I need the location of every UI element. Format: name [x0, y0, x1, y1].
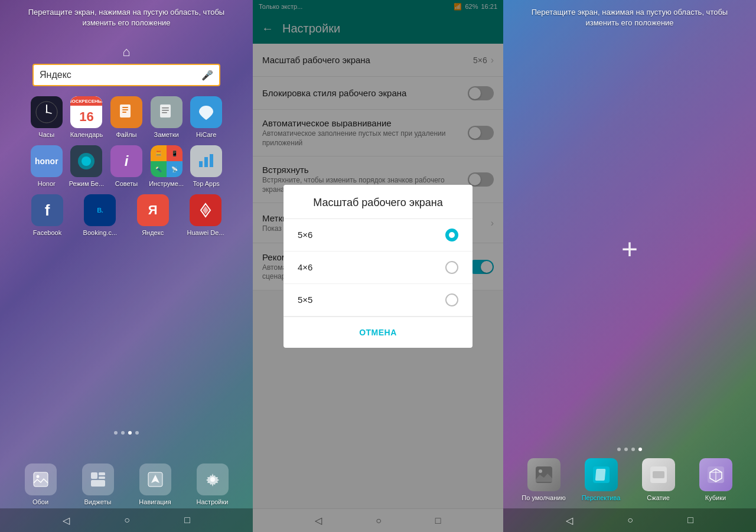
app-hicare[interactable]: HiCare [186, 96, 226, 138]
middle-panel: Только экстр... 📶 62% 16:21 ← Настройки … [253, 0, 503, 532]
app-regime[interactable]: Режим Бе... [67, 145, 107, 187]
tools-icon: 🧮 📱 🔦 📡 [151, 145, 183, 177]
app-topapps-label: Top Apps [193, 180, 220, 187]
app-notes[interactable]: Заметки [146, 96, 187, 138]
mic-icon[interactable]: 🎤 [201, 70, 213, 81]
add-page-icon: + [621, 233, 638, 265]
tool-settings-label: Настройки [197, 498, 229, 505]
right-nav-bar: ◁ ○ □ [503, 508, 756, 532]
svg-rect-11 [162, 112, 167, 113]
dot-4[interactable] [135, 431, 139, 435]
app-huawei[interactable]: Huawei De... [185, 194, 226, 236]
svg-point-27 [539, 469, 542, 473]
dialog-option-5x6-label: 5×6 [298, 230, 312, 240]
app-booking-label: Booking.c... [83, 229, 117, 236]
right-dot-2[interactable] [624, 448, 628, 451]
yandex-icon: Я [137, 194, 169, 226]
dialog-overlay[interactable]: Масштаб рабочего экрана 5×6 4×6 5×5 ОТМЕ… [253, 0, 503, 532]
right-page-content: + По умолчанию [503, 50, 756, 508]
perspective-wallpaper-icon [585, 458, 618, 491]
tool-widgets-label: Виджеты [84, 498, 112, 505]
radio-4x6[interactable] [445, 261, 458, 274]
app-row-3: f Facebook B. Booking.c... Я Яндекс [27, 194, 226, 236]
regime-icon [70, 145, 102, 177]
svg-rect-8 [160, 105, 171, 118]
tool-widgets[interactable]: Виджеты [77, 464, 119, 505]
right-dot-3[interactable] [631, 448, 635, 451]
app-yandex-label: Яндекс [142, 229, 164, 236]
tool-compress[interactable]: Сжатие [635, 458, 682, 501]
tool-cubes[interactable]: Кубики [692, 458, 739, 501]
dialog-option-4x6-label: 4×6 [298, 262, 312, 272]
right-panel: Перетащите экран, нажимая на пустую обла… [503, 0, 756, 532]
huawei-icon [190, 194, 221, 226]
add-page-area[interactable]: + [621, 50, 638, 448]
app-files[interactable]: Файлы [106, 96, 146, 138]
app-clock[interactable]: Часы [27, 96, 67, 138]
app-tools[interactable]: 🧮 📱 🔦 📡 Инструме... [146, 145, 187, 187]
tool-wallpaper[interactable]: Обои [20, 464, 61, 505]
tool-perspective-label: Перспектива [582, 494, 621, 501]
left-instruction: Перетащите экран, нажимая на пустую обла… [0, 7, 253, 28]
app-yandex[interactable]: Я Яндекс [132, 194, 174, 236]
dialog-cancel-button[interactable]: ОТМЕНА [347, 322, 409, 343]
app-topapps[interactable]: Top Apps [186, 145, 226, 187]
app-facebook[interactable]: f Facebook [27, 194, 68, 236]
clock-icon [31, 96, 63, 128]
app-honor[interactable]: honor Honor [27, 145, 67, 187]
tool-cubes-label: Кубики [705, 494, 726, 501]
dot-3[interactable] [128, 431, 132, 435]
app-honor-label: Honor [38, 180, 56, 187]
right-dot-4[interactable] [638, 448, 642, 451]
dialog-option-5x5-label: 5×5 [298, 295, 312, 305]
nav-back-left[interactable]: ◁ [63, 515, 70, 526]
right-dot-1[interactable] [617, 448, 621, 451]
tool-navigation-label: Навигация [139, 498, 171, 505]
tool-settings[interactable]: Настройки [192, 464, 233, 505]
navigation-icon [139, 464, 171, 495]
app-hicare-label: HiCare [196, 131, 216, 138]
right-instruction: Перетащите экран, нажимая на пустую обла… [503, 7, 756, 28]
svg-rect-31 [653, 471, 664, 478]
app-tips-label: Советы [115, 180, 138, 187]
settings-gear-icon [197, 464, 229, 495]
app-regime-label: Режим Бе... [69, 180, 104, 187]
tool-default[interactable]: По умолчанию [520, 458, 568, 501]
svg-rect-15 [204, 157, 208, 167]
radio-5x5[interactable] [445, 293, 458, 306]
app-files-label: Файлы [116, 131, 137, 138]
dialog-option-5x5[interactable]: 5×5 [284, 284, 472, 316]
dialog-option-4x6[interactable]: 4×6 [284, 252, 472, 284]
svg-rect-4 [120, 105, 131, 118]
files-icon [110, 96, 142, 128]
app-booking[interactable]: B. Booking.c... [79, 194, 120, 236]
nav-back-right[interactable]: ◁ [566, 515, 573, 526]
tool-navigation[interactable]: Навигация [135, 464, 176, 505]
dot-1[interactable] [114, 431, 118, 435]
svg-rect-5 [122, 107, 128, 108]
nav-home-left[interactable]: ○ [124, 515, 130, 526]
tool-perspective[interactable]: Перспектива [578, 458, 625, 501]
svg-rect-7 [122, 112, 126, 113]
home-icon[interactable]: ⌂ [122, 44, 130, 60]
svg-rect-6 [122, 109, 128, 110]
topapps-icon [190, 145, 222, 177]
svg-rect-19 [91, 472, 97, 479]
nav-home-right[interactable]: ○ [627, 515, 633, 526]
radio-5x6[interactable] [445, 229, 458, 241]
app-tools-label: Инструме... [149, 180, 184, 187]
dialog-option-5x6[interactable]: 5×6 [284, 219, 472, 252]
svg-point-13 [82, 156, 91, 166]
nav-recents-right[interactable]: □ [687, 515, 693, 526]
dot-2[interactable] [121, 431, 125, 435]
dialog-title: Масштаб рабочего экрана [284, 185, 472, 219]
default-wallpaper-icon [527, 458, 561, 491]
app-tips[interactable]: i Советы [106, 145, 146, 187]
app-calendar[interactable]: ВОСКРЕСЕНЬЕ 16 Календарь [67, 96, 107, 138]
nav-recents-left[interactable]: □ [184, 515, 190, 526]
search-bar[interactable]: Яндекс 🎤 [32, 64, 220, 86]
svg-rect-10 [162, 110, 169, 111]
svg-rect-16 [210, 154, 213, 167]
wallpaper-icon [25, 464, 57, 495]
svg-rect-20 [99, 472, 105, 475]
